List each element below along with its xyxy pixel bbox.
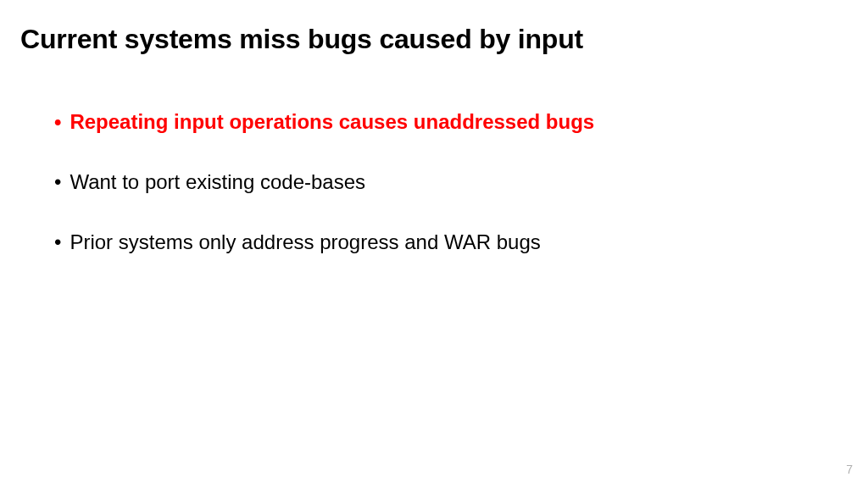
page-number: 7 <box>846 463 853 476</box>
bullet-text: Repeating input operations causes unaddr… <box>70 108 594 135</box>
bullet-item: • Prior systems only address progress an… <box>54 229 834 255</box>
bullet-item: • Want to port existing code-bases <box>54 169 834 195</box>
bullet-text: Want to port existing code-bases <box>70 169 365 195</box>
bullet-marker-icon: • <box>54 169 61 195</box>
bullet-text: Prior systems only address progress and … <box>70 229 540 255</box>
bullet-list: • Repeating input operations causes unad… <box>54 108 834 290</box>
bullet-item: • Repeating input operations causes unad… <box>54 108 834 135</box>
bullet-marker-icon: • <box>54 108 61 135</box>
slide-title: Current systems miss bugs caused by inpu… <box>20 24 583 55</box>
bullet-marker-icon: • <box>54 229 61 255</box>
